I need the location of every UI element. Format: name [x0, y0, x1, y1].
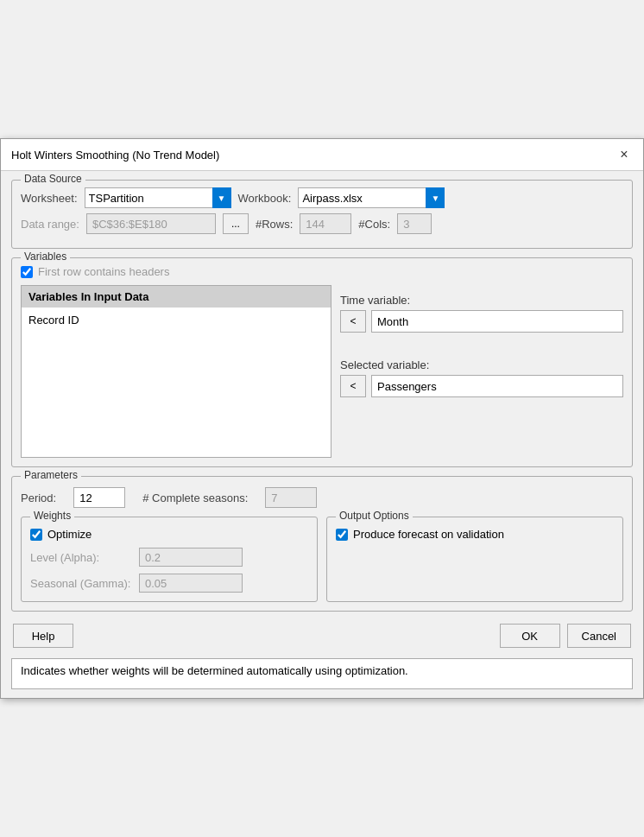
worksheet-row: Worksheet: TSPartition ▼ Workbook: Airpa…	[21, 187, 623, 208]
selected-variable-value: Passengers	[371, 375, 623, 397]
header-checkbox-label: First row contains headers	[38, 265, 169, 278]
datasource-group: Data Source Worksheet: TSPartition ▼ Wor…	[11, 180, 633, 249]
optimize-checkbox[interactable]	[30, 529, 42, 541]
variables-group: Variables First row contains headers Var…	[11, 257, 633, 467]
seasonal-input	[139, 574, 243, 593]
worksheet-label: Worksheet:	[21, 192, 78, 205]
right-buttons: OK Cancel	[500, 624, 631, 648]
selected-variable-label: Selected variable:	[340, 358, 623, 371]
variables-right: Time variable: < Month Selected variable…	[340, 285, 623, 397]
period-input[interactable]	[73, 487, 125, 508]
time-variable-value: Month	[371, 310, 623, 333]
weights-content: Optimize Level (Alpha): Seasonal (Gamma)…	[30, 528, 308, 593]
parameters-top-row: Period: # Complete seasons:	[21, 487, 623, 508]
output-options-content: Produce forecast on validation	[336, 528, 614, 541]
header-checkbox[interactable]	[21, 266, 33, 278]
level-label: Level (Alpha):	[30, 551, 134, 564]
optimize-row: Optimize	[30, 528, 308, 541]
forecast-checkbox[interactable]	[336, 529, 348, 541]
weights-group: Weights Optimize Level (Alpha): Seasonal…	[21, 517, 318, 602]
variables-label: Variables	[21, 250, 70, 263]
selected-variable-section: Selected variable: < Passengers	[340, 358, 623, 397]
level-row: Level (Alpha):	[30, 548, 308, 567]
output-options-group: Output Options Produce forecast on valid…	[326, 517, 623, 602]
variables-content: Variables In Input Data Record ID Time v…	[21, 285, 623, 458]
title-bar: Holt Winters Smoothing (No Trend Model) …	[1, 139, 643, 171]
rows-label: #Rows:	[256, 218, 293, 231]
workbook-label: Workbook:	[238, 192, 292, 205]
time-variable-row: < Month	[340, 310, 623, 333]
datasource-label: Data Source	[21, 173, 85, 185]
seasons-label: # Complete seasons:	[142, 491, 248, 504]
help-button[interactable]: Help	[13, 624, 73, 648]
optimize-label: Optimize	[47, 528, 92, 541]
selected-variable-row: < Passengers	[340, 375, 623, 397]
time-variable-section: Time variable: < Month	[340, 294, 623, 333]
header-checkbox-row: First row contains headers	[21, 265, 623, 278]
seasons-input	[265, 487, 317, 508]
parameters-group: Parameters Period: # Complete seasons: W…	[11, 476, 633, 612]
forecast-label: Produce forecast on validation	[353, 528, 504, 541]
window-title: Holt Winters Smoothing (No Trend Model)	[11, 149, 219, 162]
period-label: Period:	[21, 491, 56, 504]
level-input	[139, 548, 243, 567]
worksheet-select-wrapper[interactable]: TSPartition ▼	[85, 187, 231, 208]
list-item[interactable]: Record ID	[28, 311, 324, 329]
seasonal-row: Seasonal (Gamma):	[30, 574, 308, 593]
datarange-row: Data range: ... #Rows: #Cols:	[21, 213, 623, 234]
variables-table: Variables In Input Data Record ID	[21, 285, 331, 458]
bottom-buttons: Help OK Cancel	[11, 620, 633, 651]
datarange-input	[86, 213, 216, 234]
parameters-subgroups: Weights Optimize Level (Alpha): Seasonal…	[21, 517, 623, 602]
cols-input	[397, 213, 432, 234]
close-button[interactable]: ×	[616, 146, 633, 163]
variables-table-body: Record ID	[22, 308, 331, 333]
cancel-button[interactable]: Cancel	[567, 624, 631, 648]
seasonal-label: Seasonal (Gamma):	[30, 577, 134, 590]
workbook-select[interactable]: Airpass.xlsx	[298, 187, 445, 208]
ok-button[interactable]: OK	[500, 624, 560, 648]
output-options-label: Output Options	[336, 510, 413, 522]
status-bar: Indicates whether weights will be determ…	[11, 658, 633, 689]
parameters-label: Parameters	[21, 469, 81, 481]
rows-input	[300, 213, 351, 234]
selected-transfer-button[interactable]: <	[340, 375, 366, 397]
dialog-body: Data Source Worksheet: TSPartition ▼ Wor…	[1, 171, 643, 698]
dialog-window: Holt Winters Smoothing (No Trend Model) …	[0, 138, 644, 699]
worksheet-select[interactable]: TSPartition	[85, 187, 231, 208]
status-text: Indicates whether weights will be determ…	[21, 664, 408, 677]
time-variable-label: Time variable:	[340, 294, 623, 307]
variables-table-header: Variables In Input Data	[22, 286, 331, 308]
datarange-label: Data range:	[21, 218, 79, 231]
cols-label: #Cols:	[358, 218, 390, 231]
datarange-dots-button[interactable]: ...	[223, 213, 249, 234]
weights-label: Weights	[30, 510, 74, 522]
forecast-row: Produce forecast on validation	[336, 528, 614, 541]
workbook-select-wrapper[interactable]: Airpass.xlsx ▼	[298, 187, 445, 208]
time-transfer-button[interactable]: <	[340, 310, 366, 333]
